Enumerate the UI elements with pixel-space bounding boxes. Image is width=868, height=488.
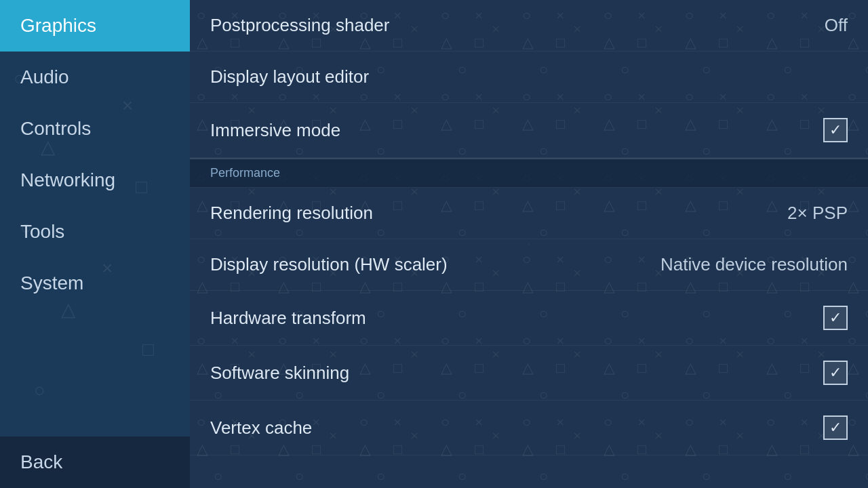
setting-row-vertex-cache[interactable]: Vertex cache✓: [190, 401, 868, 455]
sidebar-item-system[interactable]: System: [0, 258, 190, 309]
setting-value-postprocessing-shader: Off: [825, 15, 848, 36]
setting-row-display-layout-editor[interactable]: Display layout editor: [190, 52, 868, 103]
setting-value-rendering-resolution: 2× PSP: [787, 203, 848, 224]
setting-label-display-layout-editor: Display layout editor: [210, 66, 369, 87]
setting-row-postprocessing-shader[interactable]: Postprocessing shaderOff: [190, 0, 868, 52]
setting-label-vertex-cache: Vertex cache: [210, 418, 312, 439]
main-content: Postprocessing shaderOffDisplay layout e…: [190, 0, 868, 488]
setting-label-immersive-mode: Immersive mode: [210, 120, 340, 141]
setting-row-immersive-mode[interactable]: Immersive mode✓: [190, 103, 868, 158]
setting-row-software-skinning[interactable]: Software skinning✓: [190, 346, 868, 401]
back-button[interactable]: Back: [0, 436, 190, 488]
setting-row-display-resolution[interactable]: Display resolution (HW scaler)Native dev…: [190, 239, 868, 291]
setting-value-display-resolution: Native device resolution: [660, 254, 848, 275]
checkbox-software-skinning[interactable]: ✓: [823, 361, 848, 385]
checkbox-vertex-cache[interactable]: ✓: [823, 415, 848, 440]
section-header-performance: Performance: [190, 158, 868, 188]
setting-label-rendering-resolution: Rendering resolution: [210, 203, 373, 224]
setting-label-hardware-transform: Hardware transform: [210, 308, 366, 329]
checkbox-hardware-transform[interactable]: ✓: [823, 306, 848, 330]
setting-label-software-skinning: Software skinning: [210, 363, 349, 384]
sidebar-item-graphics[interactable]: Graphics: [0, 0, 190, 52]
setting-row-hardware-transform[interactable]: Hardware transform✓: [190, 291, 868, 346]
setting-label-display-resolution: Display resolution (HW scaler): [210, 254, 448, 275]
sidebar-item-controls[interactable]: Controls: [0, 103, 190, 155]
sidebar: ○ × △ □ ○ × △ □ ○ GraphicsAudioControlsN…: [0, 0, 190, 488]
sidebar-item-networking[interactable]: Networking: [0, 155, 190, 206]
sidebar-item-audio[interactable]: Audio: [0, 52, 190, 103]
sidebar-item-tools[interactable]: Tools: [0, 206, 190, 258]
checkbox-immersive-mode[interactable]: ✓: [823, 118, 848, 142]
setting-row-rendering-resolution[interactable]: Rendering resolution2× PSP: [190, 188, 868, 239]
setting-label-postprocessing-shader: Postprocessing shader: [210, 15, 389, 36]
